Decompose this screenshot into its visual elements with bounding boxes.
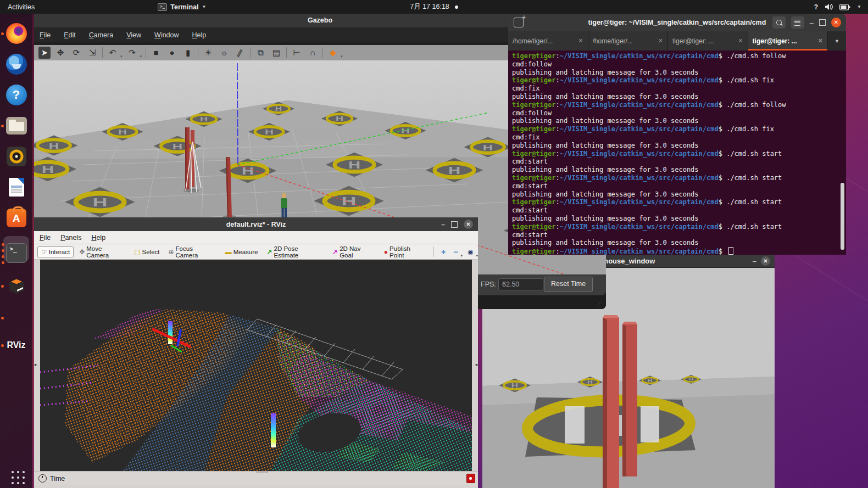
scale-tool[interactable]: ⇲ [86, 47, 98, 59]
tab-close-icon[interactable]: ✕ [735, 37, 743, 44]
rviz-titlebar[interactable]: default.rviz* - RViz – ✕ [34, 217, 478, 231]
add-tool-button[interactable]: + [438, 248, 448, 256]
resize-grip[interactable]: ⋰ [597, 301, 603, 307]
minimize-button[interactable]: – [810, 19, 814, 27]
align-tool[interactable]: ⊢ [291, 47, 303, 59]
clock[interactable]: 7月 17 16:18 [410, 2, 449, 12]
snap-tool[interactable]: ∩ [307, 47, 319, 59]
tab-2[interactable]: /home/tiger/... ✕ [588, 31, 669, 51]
nav-goal-tool[interactable]: ↗ 2D Nav Goal [329, 244, 379, 260]
menu-view[interactable]: View [126, 31, 141, 39]
hand-icon: ☞ [41, 248, 47, 256]
rviz-pointcloud-view[interactable] [40, 260, 472, 471]
point-light-button[interactable]: ☀ [202, 47, 214, 59]
rviz-window: default.rviz* - RViz – ✕ File Panels Hel… [34, 217, 478, 488]
show-applications-button[interactable] [0, 463, 32, 488]
reset-time-button[interactable]: Reset Time [544, 277, 593, 292]
directional-light-button[interactable]: ∥ [234, 47, 246, 59]
caret-down-icon[interactable]: ▾ [341, 54, 343, 60]
terminal-titlebar[interactable]: tiger@tiger: ~/VISIM_single/catkin_ws/sr… [508, 14, 846, 31]
menu-camera[interactable]: Camera [89, 31, 113, 39]
tab-1[interactable]: /home/tiger/... ✕ [508, 31, 588, 51]
dock-item-gazebo[interactable] [0, 273, 32, 299]
terminal-scrollbar[interactable] [841, 183, 844, 250]
publish-point-tool[interactable]: ● Publish Point [381, 244, 429, 260]
tab-close-icon[interactable]: ✕ [575, 37, 583, 44]
measure-tool[interactable]: ▬ Measure [222, 247, 261, 257]
left-panel-expand-icon[interactable]: ▸ [35, 362, 37, 367]
menu-panels[interactable]: Panels [60, 234, 81, 242]
tab-4-active[interactable]: tiger@tiger: ... ✕ [748, 31, 828, 51]
search-button[interactable] [772, 16, 786, 29]
running-indicator [2, 243, 4, 246]
undo-button[interactable]: ↶ [107, 47, 119, 59]
dock-item-files[interactable] [0, 113, 32, 139]
interaction-mode-icon[interactable]: ◉ [465, 248, 476, 256]
menu-button[interactable] [791, 16, 804, 29]
minimize-button[interactable]: – [441, 221, 445, 228]
system-status-area[interactable]: ? ▼ [814, 3, 868, 11]
spot-light-button[interactable]: ☼ [218, 47, 230, 59]
redo-button[interactable]: ↷ [126, 47, 138, 59]
insert-box-button[interactable]: ■ [150, 47, 162, 59]
caret-down-icon[interactable]: ▾ [120, 54, 123, 60]
focus-camera-tool[interactable]: ⊕ Focus Camera [165, 244, 220, 260]
copy-button[interactable]: ⧉ [254, 47, 266, 59]
close-icon[interactable]: ✕ [464, 220, 473, 229]
activities-button[interactable]: Activities [0, 0, 42, 14]
close-icon[interactable]: ✕ [761, 256, 770, 266]
tab-3[interactable]: tiger@tiger: ... ✕ [668, 31, 748, 51]
search-icon [776, 20, 782, 25]
minimize-button[interactable]: – [753, 257, 756, 265]
select-tool[interactable]: ➤ [38, 47, 51, 59]
select-tool[interactable]: ▢ Select [131, 247, 163, 257]
tab-close-icon[interactable]: ✕ [655, 37, 663, 44]
svg-text:H: H [483, 143, 493, 152]
insert-sphere-button[interactable]: ● [166, 47, 178, 59]
running-indicator [1, 285, 4, 288]
panel-close-button[interactable] [466, 474, 475, 483]
right-panel-expand-icon[interactable]: ◂ [475, 362, 477, 367]
move-camera-tool[interactable]: ✥ Move Camera [76, 244, 129, 260]
insert-cylinder-button[interactable]: ▮ [182, 47, 194, 59]
menu-help[interactable]: Help [192, 31, 207, 39]
pose-estimate-tool[interactable]: ↗ 2D Pose Estimate [263, 244, 327, 260]
menu-help[interactable]: Help [91, 234, 105, 242]
menu-file[interactable]: File [40, 31, 51, 39]
caret-down-icon[interactable]: ▾ [476, 254, 478, 259]
thunderbird-icon [6, 54, 27, 75]
new-tab-icon[interactable] [514, 18, 524, 27]
dock-item-rhythmbox[interactable] [0, 143, 32, 170]
dock-item-ubuntu-software[interactable]: A [0, 205, 32, 231]
dock-item-firefox[interactable] [0, 20, 32, 47]
dock-item-rviz[interactable]: RViz [0, 332, 32, 358]
caret-down-icon[interactable]: ▾ [460, 254, 463, 259]
tab-list-caret-icon[interactable]: ▼ [828, 31, 846, 51]
translate-tool[interactable]: ✥ [54, 47, 66, 59]
menu-window[interactable]: Window [154, 31, 179, 39]
tab-close-icon[interactable]: ✕ [815, 37, 823, 44]
view-angle-button[interactable]: ◆ [327, 47, 339, 59]
dock-item-unknown-running[interactable] [0, 305, 32, 331]
caret-down-icon[interactable]: ▾ [140, 54, 142, 60]
dock-item-libreoffice-writer[interactable] [0, 174, 32, 200]
remove-tool-button[interactable]: − [450, 248, 460, 256]
svg-text:H: H [648, 378, 653, 383]
dock-item-help[interactable]: ? [0, 82, 32, 108]
rotate-tool[interactable]: ⟳ [70, 47, 82, 59]
dock-item-terminal-active[interactable]: >_ [0, 239, 32, 267]
interact-tool[interactable]: ☞ Interact [37, 246, 74, 257]
paste-button[interactable]: ▤ [270, 47, 282, 59]
top-bar: Activities >_ Terminal ▼ 7月 17 16:18 ? ▼ [0, 0, 868, 14]
close-icon[interactable]: ✕ [831, 18, 841, 27]
maximize-button[interactable] [819, 19, 826, 26]
menu-edit[interactable]: Edit [64, 31, 76, 39]
focused-app-menu[interactable]: >_ Terminal ▼ [158, 3, 206, 11]
show-applications-icon [12, 471, 14, 473]
terminal-line: publishing and latching message for 3.0 … [512, 190, 846, 199]
maximize-button[interactable] [451, 221, 458, 228]
dock-item-thunderbird[interactable] [0, 51, 32, 77]
terminal-output[interactable]: tiger@tiger:~/VISIM_single/catkin_ws/src… [508, 51, 846, 255]
menu-file[interactable]: File [40, 234, 51, 242]
panel-splitter[interactable]: •••••• [256, 469, 269, 474]
